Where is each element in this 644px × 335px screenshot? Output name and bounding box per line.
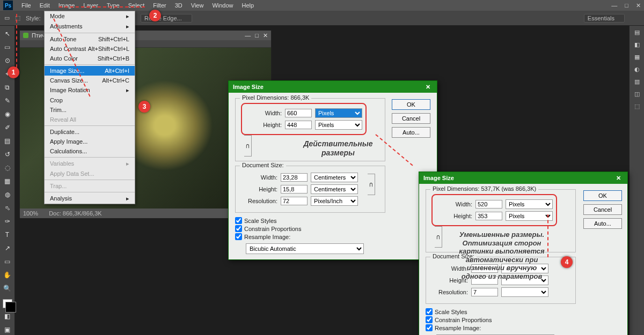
history-brush-icon[interactable]: ↺ (2, 150, 13, 160)
marquee-tool-icon[interactable]: ▭ (2, 42, 13, 53)
swatches-panel-icon[interactable]: ▦ (634, 54, 640, 61)
adjustments-panel-icon[interactable]: ◐ (634, 66, 640, 73)
eraser-tool-icon[interactable]: ◌ (2, 163, 13, 173)
menu-item[interactable]: Image Size...Alt+Ctrl+I (45, 66, 135, 76)
maximize-icon[interactable]: □ (625, 2, 628, 9)
path-tool-icon[interactable]: ↗ (2, 243, 13, 254)
menu-select[interactable]: Select (124, 2, 149, 9)
link-icon[interactable] (244, 135, 252, 157)
link-icon[interactable] (368, 174, 375, 195)
width-unit-dropdown[interactable]: Pixels (315, 108, 362, 118)
doc-close-icon[interactable]: ✕ (263, 32, 268, 39)
resolution-unit-dropdown[interactable]: Pixels/Inch (311, 196, 358, 206)
minimize-icon[interactable]: — (611, 2, 617, 9)
history-panel-icon[interactable]: ▤ (634, 29, 640, 36)
doc-minimize-icon[interactable]: — (245, 32, 251, 39)
height-unit-dropdown[interactable]: Pixels (315, 120, 362, 130)
screenmode-icon[interactable]: ▣ (2, 325, 13, 335)
move-tool-icon[interactable]: ↖ (2, 29, 13, 39)
refine-edge-button[interactable]: Refine Edge... (141, 14, 192, 23)
blur-tool-icon[interactable]: ◍ (2, 190, 13, 200)
resolution-unit-dropdown[interactable] (501, 287, 548, 297)
doc-height-unit-dropdown[interactable]: Centimeters (311, 184, 358, 194)
heal-tool-icon[interactable]: ◉ (2, 109, 13, 120)
menu-3d[interactable]: 3D (171, 2, 187, 9)
scale-styles-checkbox[interactable] (235, 217, 242, 224)
pen-tool-icon[interactable]: ✑ (2, 217, 13, 227)
lasso-tool-icon[interactable]: ⊙ (2, 56, 13, 66)
channels-panel-icon[interactable]: ◫ (634, 91, 640, 98)
menu-edit[interactable]: Edit (35, 2, 54, 9)
width-input[interactable] (285, 109, 312, 117)
height-input[interactable] (475, 212, 502, 220)
resample-method-dropdown[interactable]: Bicubic Automatic (246, 243, 364, 254)
ok-button[interactable]: OK (583, 190, 622, 201)
menu-help[interactable]: Help (238, 2, 259, 9)
cancel-button[interactable]: Cancel (583, 204, 622, 215)
menu-item[interactable]: Mode (45, 11, 135, 21)
menu-item[interactable]: Auto ContrastAlt+Shift+Ctrl+L (45, 44, 135, 54)
stamp-tool-icon[interactable]: ▤ (2, 136, 13, 146)
dialog-close-icon[interactable]: ✕ (613, 175, 623, 182)
constrain-checkbox[interactable] (235, 225, 242, 232)
resolution-input[interactable] (281, 197, 308, 205)
dialog-titlebar[interactable]: Image Size ✕ (229, 81, 437, 93)
menu-type[interactable]: Type (103, 2, 124, 9)
zoom-tool-icon[interactable]: 🔍 (2, 284, 13, 294)
auto-button[interactable]: Auto... (583, 218, 622, 229)
dialog-close-icon[interactable]: ✕ (423, 84, 433, 91)
doc-width-input[interactable] (281, 173, 308, 182)
workspace-dropdown[interactable]: Essentials (584, 14, 625, 23)
doc-maximize-icon[interactable]: □ (255, 32, 259, 39)
zoom-level[interactable]: 100% (23, 210, 38, 217)
hand-tool-icon[interactable]: ✋ (2, 270, 13, 280)
color-panel-icon[interactable]: ◧ (634, 41, 640, 48)
menu-filter[interactable]: Filter (149, 2, 170, 9)
eyedropper-tool-icon[interactable]: ✎ (2, 96, 13, 106)
width-unit-dropdown[interactable]: Pixels (506, 199, 553, 209)
width-label: Width: (245, 110, 282, 116)
shape-tool-icon[interactable]: ▭ (2, 257, 13, 267)
menu-item[interactable]: Analysis (45, 193, 135, 204)
menu-item[interactable]: Trim... (45, 105, 135, 115)
quickmask-icon[interactable]: ◧ (2, 311, 13, 322)
menu-file[interactable]: File (17, 2, 35, 9)
menu-layer[interactable]: Layer (79, 2, 103, 9)
marquee-tool-icon[interactable]: ▭ (4, 14, 10, 21)
close-icon[interactable]: ✕ (636, 2, 641, 9)
resample-checkbox[interactable] (426, 324, 433, 331)
scale-styles-checkbox[interactable] (426, 308, 433, 315)
menu-item[interactable]: Apply Image... (45, 137, 135, 146)
menu-item[interactable]: Auto ColorShift+Ctrl+B (45, 54, 135, 63)
color-swatch[interactable] (3, 299, 12, 308)
auto-button[interactable]: Auto... (392, 127, 430, 138)
ok-button[interactable]: OK (392, 99, 430, 110)
constrain-checkbox[interactable] (426, 316, 433, 323)
dialog-titlebar[interactable]: Image Size ✕ (419, 172, 627, 184)
resolution-input[interactable] (471, 288, 498, 296)
menu-item[interactable]: Duplicate... (45, 127, 135, 137)
gradient-tool-icon[interactable]: ▦ (2, 176, 13, 187)
menu-item[interactable]: Canvas Size...Alt+Ctrl+C (45, 76, 135, 85)
width-input[interactable] (475, 200, 502, 209)
doc-width-unit-dropdown[interactable]: Centimeters (311, 173, 358, 182)
crop-tool-icon[interactable]: ⧉ (2, 83, 13, 93)
menu-view[interactable]: View (187, 2, 208, 9)
cancel-button[interactable]: Cancel (392, 113, 430, 124)
height-input[interactable] (285, 121, 312, 129)
type-tool-icon[interactable]: T (2, 230, 13, 240)
menu-item[interactable]: Calculations... (45, 146, 135, 156)
menu-item[interactable]: Crop (45, 95, 135, 105)
doc-height-input[interactable] (281, 185, 308, 193)
menu-image[interactable]: Image (54, 2, 79, 9)
paths-panel-icon[interactable]: ⬚ (634, 103, 640, 110)
brush-tool-icon[interactable]: ✐ (2, 123, 13, 133)
menu-window[interactable]: Window (208, 2, 237, 9)
link-icon[interactable] (435, 226, 442, 248)
layers-panel-icon[interactable]: ▥ (634, 78, 640, 85)
menu-item[interactable]: Image Rotation (45, 85, 135, 95)
dodge-tool-icon[interactable]: ⬁ (2, 203, 13, 213)
resample-checkbox[interactable] (235, 233, 242, 240)
menu-item[interactable]: Auto ToneShift+Ctrl+L (45, 34, 135, 44)
height-unit-dropdown[interactable]: Pixels (506, 211, 553, 221)
